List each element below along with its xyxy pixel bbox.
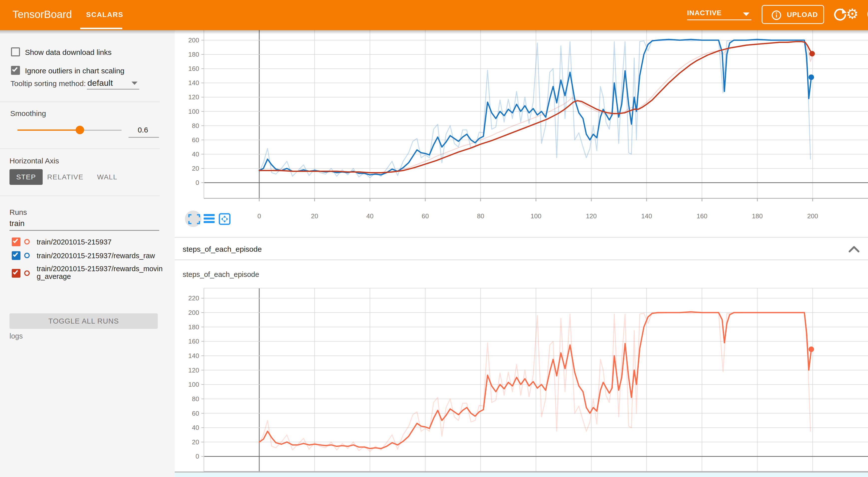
ignore-outliers-label: Ignore outliers in chart scaling	[25, 67, 125, 75]
fullscreen-icon[interactable]	[189, 215, 199, 224]
run-label-2: train/20201015-215937/rewards_raw	[37, 252, 166, 260]
tensorboard-app: TensorBoard SCALARS INACTIVE UPLOAD ⚙	[0, 0, 868, 477]
steps-scalar-chart[interactable]: 020406080100120140160180200220	[175, 279, 868, 473]
check-icon	[13, 269, 18, 275]
smoothing-value[interactable]: 0.6	[126, 126, 160, 134]
svg-text:80: 80	[477, 212, 484, 220]
status-dropdown-value: INACTIVE	[687, 9, 722, 17]
svg-text:80: 80	[192, 395, 199, 403]
status-dropdown-underline	[687, 20, 751, 20]
smoothing-slider-knob[interactable]	[75, 126, 84, 134]
info-icon	[769, 6, 784, 24]
svg-text:200: 200	[188, 309, 199, 316]
svg-text:0: 0	[257, 212, 261, 220]
svg-text:20: 20	[311, 212, 318, 220]
svg-text:100: 100	[188, 381, 199, 388]
svg-text:40: 40	[192, 424, 199, 431]
smoothing-label: Smoothing	[10, 109, 46, 118]
svg-text:200: 200	[188, 36, 199, 44]
section-divider	[175, 237, 868, 238]
runs-heading: Runs	[9, 208, 27, 217]
rewards-scalar-chart[interactable]: 0204060801001201401601802000204060801001…	[175, 30, 868, 237]
axis-button-step[interactable]: STEP	[9, 169, 43, 185]
run-color-ring-2	[24, 253, 30, 258]
section-title[interactable]: steps_of_each_episode	[183, 245, 262, 253]
chevron-down-icon[interactable]	[131, 82, 137, 85]
run-label-1: train/20201015-215937	[37, 238, 166, 246]
svg-text:220: 220	[188, 294, 199, 302]
run-checkbox-1[interactable]	[12, 237, 21, 246]
logs-label: logs	[9, 332, 23, 340]
smoothing-slider-fill[interactable]	[18, 129, 80, 131]
toggle-all-runs-button[interactable]: TOGGLE ALL RUNS	[9, 313, 158, 329]
svg-text:100: 100	[531, 212, 541, 220]
axis-button-relative[interactable]: RELATIVE	[47, 169, 83, 185]
app-header: TensorBoard SCALARS INACTIVE UPLOAD ⚙	[0, 0, 868, 30]
check-icon	[13, 238, 18, 243]
svg-text:140: 140	[188, 352, 199, 359]
svg-text:60: 60	[192, 136, 199, 144]
runs-filter-underline	[9, 230, 159, 231]
chevron-up-icon[interactable]	[847, 245, 863, 254]
svg-text:160: 160	[696, 212, 707, 220]
fit-domain-icon[interactable]	[219, 214, 230, 224]
tooltip-dropdown-underline	[87, 89, 139, 90]
smoothing-slider-track[interactable]	[80, 130, 122, 131]
svg-text:80: 80	[192, 122, 199, 129]
settings-sidebar: Show data download links Ignore outliers…	[0, 30, 175, 477]
refresh-icon[interactable]	[832, 6, 848, 22]
svg-text:200: 200	[807, 212, 818, 220]
svg-text:20: 20	[192, 438, 199, 446]
svg-text:160: 160	[188, 338, 199, 345]
run-label-3: train/20201015-215937/rewards_moving_ave…	[37, 265, 166, 280]
upload-button-label: UPLOAD	[787, 11, 818, 19]
tooltip-sorting-label: Tooltip sorting method:	[10, 80, 86, 88]
smoothing-value-underline	[128, 137, 159, 138]
svg-text:40: 40	[366, 212, 374, 220]
status-dropdown[interactable]: INACTIVE	[687, 9, 751, 21]
svg-text:120: 120	[188, 93, 199, 101]
section-divider	[175, 259, 868, 260]
svg-text:180: 180	[752, 212, 763, 220]
tooltip-sorting-dropdown[interactable]: default	[87, 78, 113, 88]
divider	[0, 196, 160, 196]
chevron-down-icon	[743, 12, 749, 16]
svg-text:180: 180	[188, 51, 199, 58]
svg-text:20: 20	[192, 165, 199, 172]
svg-text:140: 140	[188, 79, 199, 87]
check-icon	[13, 252, 18, 257]
show-download-links-label: Show data download links	[25, 48, 112, 57]
svg-text:0: 0	[196, 452, 199, 460]
runs-filter-input[interactable]: train	[9, 219, 25, 228]
upload-button[interactable]: UPLOAD	[762, 5, 824, 24]
tab-scalars[interactable]: SCALARS	[86, 11, 123, 19]
svg-text:160: 160	[188, 65, 199, 72]
svg-text:60: 60	[192, 410, 199, 417]
svg-text:180: 180	[188, 323, 199, 331]
run-checkbox-3[interactable]	[12, 269, 21, 278]
show-download-links-checkbox[interactable]	[11, 47, 20, 56]
ignore-outliers-checkbox[interactable]	[11, 66, 20, 75]
svg-text:120: 120	[586, 212, 597, 220]
divider	[0, 101, 160, 102]
tab-active-indicator	[80, 28, 122, 29]
run-color-ring-1	[24, 239, 30, 245]
steps-chart-title: steps_of_each_episode	[183, 271, 259, 279]
gear-icon[interactable]: ⚙	[846, 6, 859, 22]
svg-text:60: 60	[422, 212, 429, 220]
check-icon	[12, 66, 18, 72]
svg-text:140: 140	[641, 212, 652, 220]
axis-button-wall[interactable]: WALL	[97, 169, 117, 185]
divider	[0, 149, 160, 149]
svg-text:40: 40	[192, 151, 199, 158]
app-title: TensorBoard	[12, 8, 72, 21]
horizontal-axis-label: Horizontal Axis	[9, 157, 59, 165]
svg-text:100: 100	[188, 108, 199, 115]
run-checkbox-2[interactable]	[12, 251, 21, 260]
help-icon[interactable]	[864, 5, 868, 24]
run-color-ring-3	[24, 271, 30, 276]
data-table-icon[interactable]	[204, 214, 215, 223]
svg-text:0: 0	[196, 179, 199, 186]
svg-text:120: 120	[188, 367, 199, 374]
